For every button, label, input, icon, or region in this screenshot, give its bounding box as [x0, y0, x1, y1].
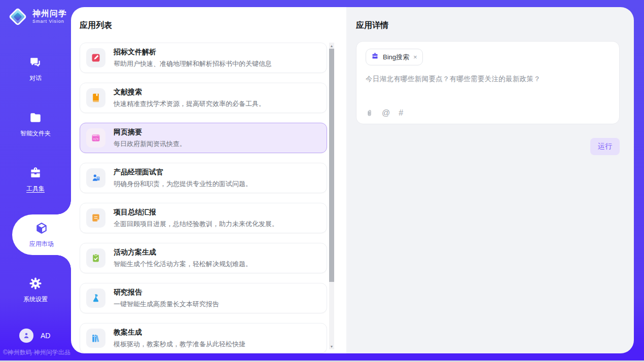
note-icon [86, 208, 105, 228]
scrollbar-thumb[interactable] [329, 49, 334, 282]
app-detail-title: 应用详情 [356, 20, 388, 31]
run-button[interactable]: 运行 [590, 138, 620, 155]
cube-icon [34, 221, 49, 235]
brand-logo: 神州问学 Smart Vision [8, 7, 67, 26]
sidebar-item-label: 工具集 [26, 185, 45, 193]
svg-text:</>: </> [93, 137, 99, 140]
scrollbar-down-button[interactable]: ▼ [329, 343, 334, 349]
app-card-list: 招标文件解析 帮助用户快速、准确地理解和解析招标书中的关键信息 文献搜索 快速精… [80, 43, 327, 353]
interviewer-icon [86, 168, 105, 188]
app-card-research-report[interactable]: 研究报告 一键智能生成高质量长文本研究报告 [80, 283, 327, 313]
app-detail-panel: 应用详情 Bing搜索 × 今日湖北有哪些新闻要点？有哪些需要关注的最新政策？ … [346, 7, 634, 353]
books-icon [86, 329, 105, 348]
app-card-literature-search[interactable]: 文献搜索 快速精准查找学术资源，提高研究效率的必备工具。 [80, 83, 327, 113]
app-card-name: 活动方案生成 [114, 248, 252, 257]
app-card-desc: 快速精准查找学术资源，提高研究效率的必备工具。 [114, 99, 265, 108]
clipboard-check-icon [86, 248, 105, 268]
sidebar-nav: 对话 智能文件夹 工具集 应用市场 [0, 49, 71, 325]
app-card-event-plan[interactable]: 活动方案生成 智能生成个性化活动方案，轻松解决规划难题。 [80, 243, 327, 273]
sidebar-item-app-market[interactable]: 应用市场 [12, 214, 71, 255]
app-card-desc: 明确身份和职责，为您提供专业性的面试问题。 [114, 179, 252, 189]
app-card-lesson-plan[interactable]: 教案生成 模板驱动，教案秒成，教学准备从此轻松快捷 [80, 323, 327, 353]
brand-diamond-icon [8, 7, 27, 26]
app-card-name: 项目总结汇报 [114, 208, 278, 217]
app-card-desc: 智能生成个性化活动方案，轻松解决规划难题。 [114, 260, 252, 269]
app-list-title: 应用列表 [80, 20, 112, 31]
sidebar-item-settings[interactable]: 系统设置 [0, 270, 71, 310]
app-card-desc: 每日政府新闻资讯快查。 [114, 139, 186, 149]
user-account[interactable]: AD [19, 329, 50, 343]
toolbox-icon [28, 166, 43, 180]
chat-icon [28, 55, 43, 69]
scrollbar-up-button[interactable]: ▲ [329, 43, 334, 49]
tool-tag-bing-search[interactable]: Bing搜索 × [366, 49, 423, 65]
attachment-icon[interactable] [366, 109, 373, 117]
brand-subtitle: Smart Vision [32, 19, 67, 24]
avatar [19, 329, 33, 343]
sidebar-item-chat[interactable]: 对话 [0, 49, 71, 89]
app-list-scrollbar[interactable]: ▲ ▼ [329, 43, 334, 349]
briefcase-icon [371, 52, 379, 62]
brand-name: 神州问学 [32, 9, 67, 18]
hash-icon[interactable]: # [399, 108, 403, 118]
app-card-name: 产品经理面试官 [114, 168, 252, 177]
edit-document-icon [86, 48, 105, 67]
prompt-toolbar: @ # [366, 108, 403, 118]
sidebar-item-label: 对话 [29, 74, 42, 83]
app-card-desc: 帮助用户快速、准确地理解和解析招标书中的关键信息 [114, 59, 272, 68]
sidebar-item-smart-folder[interactable]: 智能文件夹 [0, 104, 71, 144]
book-icon [86, 88, 105, 107]
sidebar-item-toolset[interactable]: 工具集 [0, 159, 71, 200]
close-icon[interactable]: × [413, 54, 417, 60]
copyright-text: ©神州数码·神州问学出品 [3, 348, 70, 357]
app-card-desc: 模板驱动，教案秒成，教学准备从此轻松快捷 [114, 340, 245, 349]
folder-icon [28, 111, 43, 125]
sidebar-item-label: 系统设置 [23, 295, 48, 304]
browser-code-icon: </> [86, 128, 105, 148]
sidebar-item-label: 智能文件夹 [20, 129, 51, 138]
user-initials: AD [41, 332, 50, 340]
tool-tag-label: Bing搜索 [383, 53, 409, 62]
gear-icon [28, 276, 43, 291]
app-card-web-summary[interactable]: </> 网页摘要 每日政府新闻资讯快查。 [80, 123, 327, 153]
app-card-bid-document-parsing[interactable]: 招标文件解析 帮助用户快速、准确地理解和解析招标书中的关键信息 [80, 43, 327, 73]
app-card-name: 文献搜索 [114, 88, 265, 97]
sidebar: 神州问学 Smart Vision 对话 智能文件夹 工具集 [0, 0, 71, 362]
research-flask-icon [86, 288, 105, 308]
app-card-name: 教案生成 [114, 328, 245, 337]
prompt-text[interactable]: 今日湖北有哪些新闻要点？有哪些需要关注的最新政策？ [366, 75, 610, 84]
mention-icon[interactable]: @ [382, 108, 390, 118]
app-card-name: 研究报告 [114, 288, 219, 297]
app-card-name: 网页摘要 [114, 128, 186, 137]
app-card-project-summary[interactable]: 项目总结汇报 全面回顾项目进展，总结经验教训，助力未来优化发展。 [80, 203, 327, 233]
content-area: 应用列表 招标文件解析 帮助用户快速、准确地理解和解析招标书中的关键信息 文献搜… [71, 7, 634, 353]
app-card-name: 招标文件解析 [114, 48, 272, 57]
app-card-desc: 一键智能生成高质量长文本研究报告 [114, 300, 219, 309]
prompt-input[interactable]: Bing搜索 × 今日湖北有哪些新闻要点？有哪些需要关注的最新政策？ @ # [356, 41, 620, 124]
app-list-panel: 应用列表 招标文件解析 帮助用户快速、准确地理解和解析招标书中的关键信息 文献搜… [71, 7, 346, 353]
sidebar-item-label: 应用市场 [29, 240, 54, 248]
app-card-desc: 全面回顾项目进展，总结经验教训，助力未来优化发展。 [114, 220, 278, 229]
app-card-pm-interviewer[interactable]: 产品经理面试官 明确身份和职责，为您提供专业性的面试问题。 [80, 163, 327, 193]
